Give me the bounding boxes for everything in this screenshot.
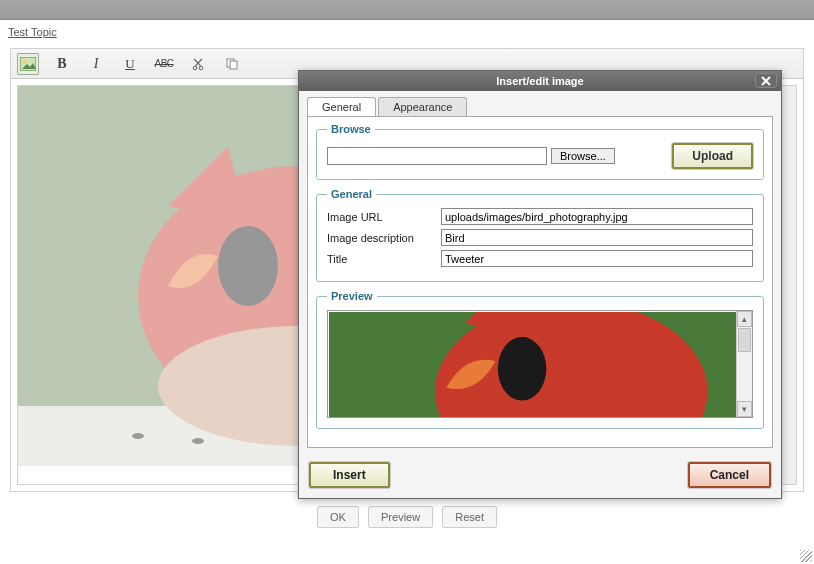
scroll-up-arrow[interactable]: ▴ xyxy=(737,311,752,327)
italic-button[interactable]: I xyxy=(85,53,107,75)
breadcrumb-link[interactable]: Test Topic xyxy=(8,26,57,38)
image-title-input[interactable] xyxy=(441,250,753,267)
upload-button[interactable]: Upload xyxy=(672,143,753,169)
svg-point-11 xyxy=(242,230,254,242)
insert-image-button[interactable] xyxy=(17,53,39,75)
image-url-input[interactable] xyxy=(441,208,753,225)
svg-point-18 xyxy=(519,337,530,348)
strikethrough-button[interactable]: ABC xyxy=(153,53,175,75)
browse-button[interactable]: Browse... xyxy=(551,148,615,164)
image-icon xyxy=(20,57,36,71)
close-icon xyxy=(761,76,771,86)
cancel-button[interactable]: Cancel xyxy=(688,462,771,488)
svg-point-13 xyxy=(192,438,204,444)
general-fieldset: General Image URL Image description Titl… xyxy=(316,188,764,282)
page-footer-buttons: OK Preview Reset xyxy=(0,492,814,542)
image-desc-input[interactable] xyxy=(441,229,753,246)
resize-grip[interactable] xyxy=(800,550,812,562)
svg-point-1 xyxy=(23,60,27,64)
browse-legend: Browse xyxy=(327,123,375,135)
browse-path-input[interactable] xyxy=(327,147,547,165)
preview-scrollbar[interactable]: ▴ ▾ xyxy=(736,311,752,417)
window-top-bar xyxy=(0,0,814,20)
breadcrumb: Test Topic xyxy=(0,20,814,44)
dialog-title-bar[interactable]: Insert/edit image xyxy=(299,71,781,91)
scroll-down-arrow[interactable]: ▾ xyxy=(737,401,752,417)
dialog-content: Browse Browse... Upload General Image UR… xyxy=(307,116,773,448)
image-desc-label: Image description xyxy=(327,232,441,244)
svg-point-12 xyxy=(132,433,144,439)
editor-vertical-scrollbar[interactable] xyxy=(780,86,796,484)
svg-rect-5 xyxy=(230,61,237,69)
image-url-label: Image URL xyxy=(327,211,441,223)
scroll-thumb[interactable] xyxy=(738,328,751,352)
preview-button[interactable]: Preview xyxy=(368,506,433,528)
insert-button[interactable]: Insert xyxy=(309,462,390,488)
preview-fieldset: Preview ▴ ▾ xyxy=(316,290,764,429)
dialog-footer: Insert Cancel xyxy=(299,448,781,498)
dialog-close-button[interactable] xyxy=(755,73,777,88)
browse-fieldset: Browse Browse... Upload xyxy=(316,123,764,180)
dialog-tabs: General Appearance xyxy=(299,91,781,116)
dialog-title: Insert/edit image xyxy=(496,75,583,87)
ok-button[interactable]: OK xyxy=(317,506,359,528)
cut-button[interactable] xyxy=(187,53,209,75)
tab-appearance[interactable]: Appearance xyxy=(378,97,467,116)
image-title-label: Title xyxy=(327,253,441,265)
preview-legend: Preview xyxy=(327,290,377,302)
general-legend: General xyxy=(327,188,376,200)
preview-box: ▴ ▾ xyxy=(327,310,753,418)
tab-general[interactable]: General xyxy=(307,97,376,116)
copy-button[interactable] xyxy=(221,53,243,75)
underline-button[interactable]: U xyxy=(119,53,141,75)
preview-image xyxy=(329,312,753,418)
reset-button[interactable]: Reset xyxy=(442,506,497,528)
insert-image-dialog: Insert/edit image General Appearance Bro… xyxy=(298,70,782,499)
bold-button[interactable]: B xyxy=(51,53,73,75)
scissors-icon xyxy=(191,57,205,71)
copy-icon xyxy=(225,57,239,71)
